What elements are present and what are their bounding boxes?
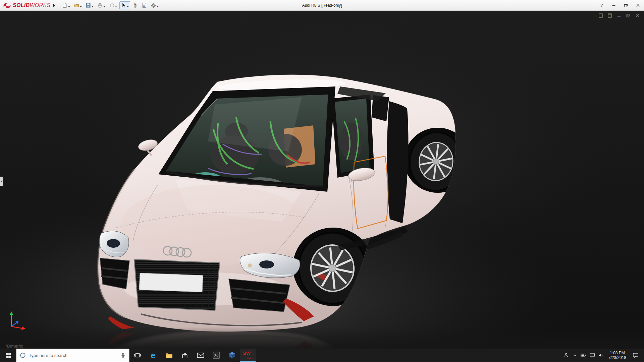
restore-icon [624,3,628,8]
solidworks-logo-icon [3,2,11,9]
taskbar-app-store[interactable] [177,349,193,362]
chevron-left-icon [1,180,2,183]
graphics-area[interactable]: *Dimetric [0,11,644,349]
dropdown-arrow-icon[interactable] [115,6,117,7]
undo-button[interactable] [108,1,118,9]
view-orientation-label: *Dimetric [5,344,23,349]
quick-access-toolbar [61,1,160,9]
restore-button[interactable] [620,0,632,10]
dropdown-arrow-icon[interactable] [103,6,105,7]
console-icon [212,351,220,359]
action-center-icon [633,353,639,358]
save-button[interactable] [84,1,95,9]
tray-overflow-button[interactable] [571,349,579,362]
new-document-icon [62,3,67,8]
doc-close-icon[interactable] [635,13,640,18]
search-input[interactable] [29,353,117,358]
print-button[interactable] [96,1,107,9]
taskbar-app-mail[interactable] [193,349,208,362]
taskbar-app-solidworks[interactable]: SW 2017 [240,349,256,362]
dropdown-arrow-icon[interactable] [80,6,82,7]
select-tool-button[interactable] [119,1,130,9]
clock-time: 1:08 PM [608,351,626,355]
orientation-triad [6,309,30,334]
volume-status[interactable] [597,349,605,362]
triad-axes-icon [6,309,30,333]
people-button[interactable] [562,349,571,362]
doc-window-icon[interactable] [607,13,613,18]
cortana-circle-icon [20,352,26,358]
close-button[interactable] [632,0,644,10]
network-monitor-icon [590,353,595,358]
rebuild-button[interactable] [131,1,139,9]
file-properties-icon [142,3,147,8]
reflection-fade [0,327,644,349]
document-window-controls [598,13,640,18]
dropdown-arrow-icon[interactable] [68,6,70,7]
help-button[interactable]: ? [596,0,608,10]
blue-cube-icon [228,351,236,359]
3d-viewport[interactable] [0,11,644,349]
taskbar-clock[interactable]: 1:08 PM 7/23/2018 [605,351,629,360]
minimize-button[interactable] [608,0,620,10]
battery-status[interactable] [579,349,588,362]
system-tray: 1:08 PM 7/23/2018 [562,349,644,362]
start-button[interactable] [0,349,16,362]
taskbar-app-cad-tool[interactable] [224,349,240,362]
minimize-icon [611,3,616,8]
dropdown-arrow-icon[interactable] [157,6,159,7]
feature-panel-collapse-tab[interactable] [0,177,3,186]
gear-icon [151,3,156,8]
open-button[interactable] [72,1,83,9]
edge-icon: e [151,351,156,360]
open-folder-icon [74,3,79,8]
windows-logo-icon [5,353,11,358]
taskbar-app-console[interactable] [208,349,224,362]
person-icon [564,353,569,358]
microphone-icon[interactable] [120,353,126,358]
caption-controls: ? [596,0,644,10]
clock-date: 7/23/2018 [608,355,626,360]
print-icon [97,3,103,8]
menu-flyout-arrow-icon[interactable] [53,4,55,7]
titlebar: SOLIDWORKS [0,0,644,11]
dropdown-arrow-icon[interactable] [127,6,129,7]
task-view-icon [134,353,141,358]
doc-window-icon[interactable] [598,13,604,18]
undo-icon [109,3,114,8]
options-button[interactable] [149,1,160,9]
license-plate [139,273,203,292]
close-icon [636,3,640,8]
dropdown-arrow-icon[interactable] [92,6,94,7]
network-status[interactable] [588,349,597,362]
mail-envelope-icon [197,352,204,358]
solidworks-brand: SOLIDWORKS [0,2,50,9]
speaker-icon [598,353,604,358]
new-document-button[interactable] [61,1,71,9]
battery-icon [581,353,586,357]
file-explorer-icon [165,352,173,359]
chevron-up-icon [573,353,577,358]
rebuild-traffic-light-icon [132,3,138,8]
taskbar-app-file-explorer[interactable] [161,349,177,362]
save-icon [86,3,91,8]
doc-restore-icon[interactable] [626,13,631,18]
action-center-button[interactable] [629,349,642,362]
file-properties-button[interactable] [140,1,148,9]
doc-minimize-icon[interactable] [616,13,622,18]
select-cursor-icon [121,3,126,8]
taskbar: e SW 2 [0,349,644,362]
brand-text: SOLIDWORKS [13,2,50,8]
taskbar-app-edge[interactable]: e [145,349,161,362]
solidworks-2017-icon: SW 2017 [243,350,253,360]
taskbar-search[interactable] [16,349,129,362]
store-bag-icon [181,352,189,359]
task-view-button[interactable] [129,349,145,362]
